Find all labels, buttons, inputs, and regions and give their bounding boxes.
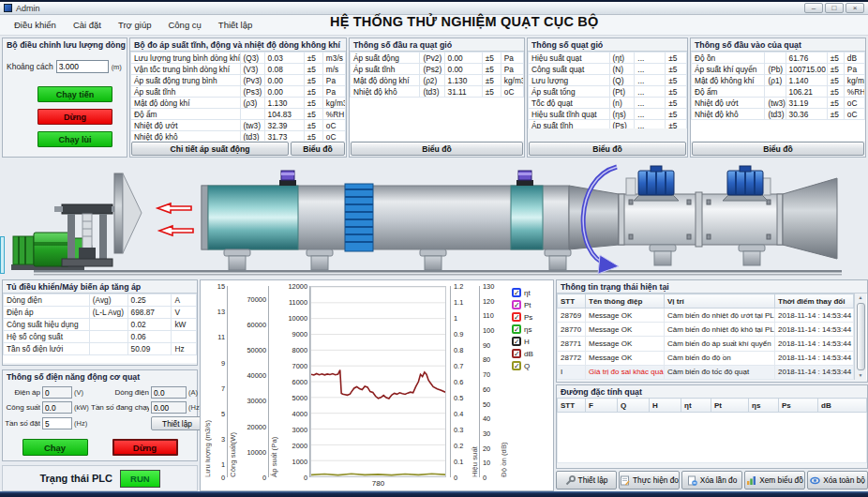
voltage-field[interactable] <box>42 386 72 399</box>
table-row[interactable]: Tốc độ quạt(n)...±5 <box>529 98 687 109</box>
table-row[interactable]: Nhiệt độ ướt(tw3)31.19±5oC <box>692 98 865 109</box>
table-row[interactable]: Nhiệt độ ướt(tw3)32.39±5oC <box>131 120 346 131</box>
legend-item-Q[interactable]: ✓Q <box>512 361 551 370</box>
stop-button[interactable]: Dừng <box>37 109 112 125</box>
table-row[interactable]: Áp suất động(Pv2)0.00±5Pa <box>351 53 524 64</box>
table-row[interactable]: 28772Message OKCảm biến đo độ ồn2018-11-… <box>558 351 854 365</box>
menu-item[interactable]: Thiết lập <box>210 15 261 36</box>
setup-measure-button[interactable]: Thiết lập <box>556 471 617 489</box>
legend-item-H[interactable]: ✓H <box>512 337 551 346</box>
legend-checkbox[interactable]: ✓ <box>512 324 521 334</box>
run-backward-button[interactable]: Chạy lùi <box>37 131 112 147</box>
legend-item-dB[interactable]: ✓dB <box>512 349 551 358</box>
scroll-up-icon[interactable]: ▲ <box>859 294 863 302</box>
table-cell: Pa <box>322 75 345 86</box>
frequency-setup-button[interactable]: Thiết lập <box>151 416 203 430</box>
legend-checkbox[interactable]: ✓ <box>512 337 521 346</box>
legend-checkbox[interactable]: ✓ <box>512 288 521 297</box>
run-button[interactable]: Chạy <box>22 439 88 456</box>
table-row[interactable]: IGiá trị đo sai khác quá lớnCảm biến đo … <box>558 365 854 379</box>
table-row[interactable]: Hệ số công suất0.06 <box>4 331 197 343</box>
table-cell: 2018-11-14 : 14:53:44 <box>775 365 854 379</box>
menu-item[interactable]: Trợ giúp <box>110 15 159 36</box>
scrollbar-thumb[interactable] <box>857 303 865 370</box>
table-row[interactable]: Lưu lượng trung bình dòng khí(Q3)0.03±5m… <box>131 53 346 64</box>
menu-item[interactable]: Cài đặt <box>65 15 110 36</box>
table-row[interactable]: 28769Message OKCảm biến đo nhiệt độ ướt … <box>558 309 854 323</box>
power-field[interactable] <box>42 401 72 414</box>
minimize-button[interactable]: – <box>804 3 823 13</box>
menu-item[interactable]: Công cụ <box>159 15 209 36</box>
legend-checkbox[interactable]: ✓ <box>512 349 521 358</box>
table-row[interactable]: Áp suất tĩnh(Ps)...±5 <box>529 120 687 129</box>
table-row[interactable]: Công suất hiệu dụng0.02kW <box>4 319 197 331</box>
close-button[interactable]: × <box>846 3 864 13</box>
table-row[interactable]: Nhiệt độ khô(td3)31.11±5oC <box>351 86 524 98</box>
table-row[interactable]: Hiệu suất tĩnh quạt(ηs)...±5 <box>529 109 687 120</box>
table-row[interactable]: Áp suất động trung bình(Pv3)0.00±5Pa <box>131 75 346 86</box>
table-row[interactable]: Tần số điện lưới50.09Hz <box>4 343 197 355</box>
legend-item-ηs[interactable]: ✓ηs <box>512 324 551 334</box>
chart-button[interactable]: Biểu đồ <box>692 142 864 156</box>
table-row[interactable]: Mật độ dòng khí(ρ2)1.130±5kg/m3 <box>351 75 524 86</box>
clear-all-button[interactable]: Xóa toàn bộ <box>807 471 868 489</box>
fan-output-table: Áp suất động(Pv2)0.00±5PaÁp suất tĩnh(Ps… <box>350 52 524 98</box>
axis-tick: 60000 <box>247 321 266 329</box>
table-row[interactable]: Mật độ không khí(ρ1)1.140±5kg/m3 <box>692 75 865 86</box>
legend-item-Ps[interactable]: ✓Ps <box>512 312 551 322</box>
table-row[interactable]: Lưu lượng(Q)...±5 <box>529 75 687 86</box>
table-row[interactable]: Áp suất tĩnh(Ps3)0.00±5Pa <box>131 86 346 98</box>
chart-button[interactable]: Biểu đồ <box>529 142 686 156</box>
table-cell: I <box>558 365 586 379</box>
stop-button[interactable]: Dừng <box>112 439 178 456</box>
table-row[interactable]: Mật độ dòng khí(ρ3)1.130±5kg/m3 <box>131 98 346 109</box>
delete-measure-button[interactable]: Xóa lần đo <box>681 471 742 489</box>
table-row[interactable]: Áp suất tĩnh(Ps2)0.00±5Pa <box>351 64 524 75</box>
table-row[interactable]: Độ ồn61.76±5dB <box>692 53 865 64</box>
view-chart-button[interactable]: Xem biểu đồ <box>744 471 805 489</box>
table-cell: Pa <box>322 86 345 98</box>
titlebar[interactable]: Admin – □ × <box>0 2 868 15</box>
table-row[interactable]: Công suất quạt(N)...±5 <box>529 64 687 75</box>
legend-checkbox[interactable]: ✓ <box>512 312 521 322</box>
legend-item-Pt[interactable]: ✓Pt <box>512 300 551 309</box>
chart-button[interactable]: Biểu đồ <box>351 142 523 156</box>
scroll-down-icon[interactable]: ▼ <box>859 371 863 380</box>
set-frequency-field[interactable] <box>42 417 72 429</box>
distance-input[interactable] <box>56 60 109 73</box>
table-row[interactable]: Áp suất tổng(Pt)...±5 <box>529 86 687 98</box>
axis-tick: 1.2 <box>454 282 463 291</box>
plot-area[interactable] <box>310 286 446 477</box>
table-row[interactable]: Nhiệt độ khô(td3)31.73±5oC <box>131 131 346 142</box>
legend-checkbox[interactable]: ✓ <box>512 361 521 370</box>
table-row[interactable]: 28770Message OKCảm biến đo nhiệt độ khô … <box>558 323 854 337</box>
vertical-scrollbar[interactable]: ▲ ▼ <box>854 294 866 380</box>
current-field[interactable] <box>151 386 187 399</box>
legend-item-ηt[interactable]: ✓ηt <box>512 288 551 297</box>
table-row[interactable]: Hiệu suất quạt(ηt)...±5 <box>529 53 687 64</box>
perform-measure-button[interactable]: Thực hiện đo <box>619 471 680 489</box>
table-row[interactable]: Nhiệt độ khô(td3)30.36±5oC <box>692 109 865 120</box>
table-row[interactable]: Dòng điện(Avg)0.25A <box>4 294 197 307</box>
window-title: Admin <box>16 4 40 13</box>
window-controls: – □ × <box>804 3 864 13</box>
column-header: STT <box>558 399 586 413</box>
table-row[interactable]: Độ ẩm106.21±5%RH <box>692 86 865 98</box>
table-cell: 28769 <box>558 309 586 323</box>
table-row[interactable]: Độ ẩm104.83±5%RH <box>131 109 346 120</box>
chart-button[interactable]: Biểu đồ <box>291 142 345 156</box>
table-row[interactable]: 28771Message OKCảm biến đo áp suất khí q… <box>558 337 854 351</box>
table-cell: Message OK <box>586 323 665 337</box>
plc-status-label: Trạng thái PLC <box>39 473 112 484</box>
running-frequency-field[interactable] <box>151 401 187 414</box>
table-row[interactable]: Điện áp(L-L Avg)698.87V <box>4 307 197 319</box>
table-row[interactable]: Áp suất khí quyển(Pb)100715.00±5Pa <box>692 64 865 75</box>
menu-item[interactable]: Điều khiển <box>6 15 65 36</box>
maximize-button[interactable]: □ <box>825 3 844 13</box>
duct-support <box>224 249 250 270</box>
table-cell: 106.21 <box>786 86 827 98</box>
legend-checkbox[interactable]: ✓ <box>512 300 521 309</box>
table-row[interactable]: Vận tốc trung bình dòng khí(V3)0.08±5m/s <box>131 64 346 75</box>
dynamic-pressure-detail-button[interactable]: Chi tiết áp suất động <box>131 142 289 156</box>
run-forward-button[interactable]: Chạy tiến <box>37 86 112 102</box>
